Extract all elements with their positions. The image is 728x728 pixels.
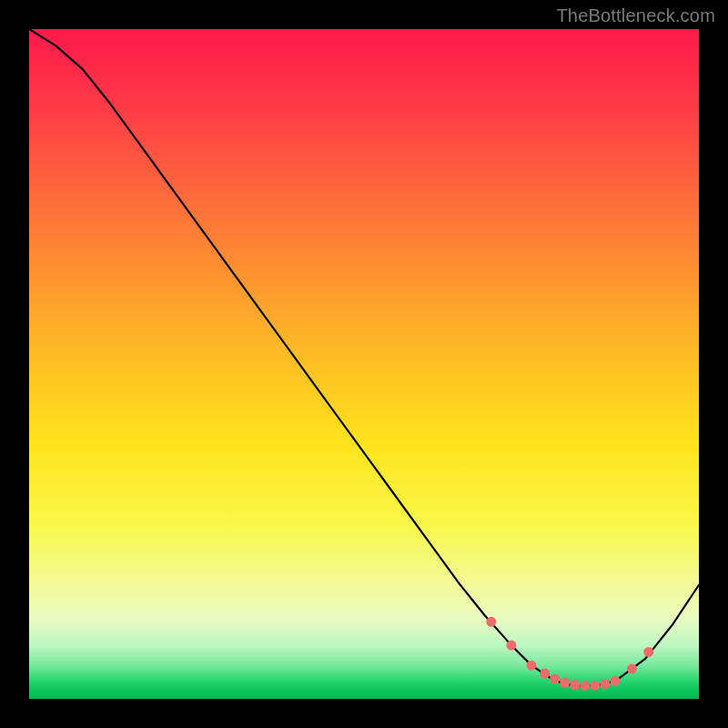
curve-marker (590, 681, 600, 691)
bottleneck-curve (29, 29, 699, 685)
curve-marker (643, 647, 653, 657)
watermark-text: TheBottleneck.com (556, 5, 715, 26)
plot-area (29, 29, 699, 699)
curve-marker (627, 663, 637, 673)
curve-marker (540, 669, 550, 679)
curve-marker (570, 680, 580, 690)
curve-marker (560, 678, 570, 688)
curve-marker (527, 661, 537, 671)
chart-stage: TheBottleneck.com (0, 0, 728, 728)
curve-marker (611, 676, 621, 686)
curve-marker (600, 679, 610, 689)
curve-marker (580, 681, 590, 691)
curve-marker (486, 617, 496, 627)
marker-group (486, 617, 653, 691)
curve-marker (506, 641, 516, 651)
chart-svg (29, 29, 699, 699)
curve-marker (550, 673, 560, 683)
